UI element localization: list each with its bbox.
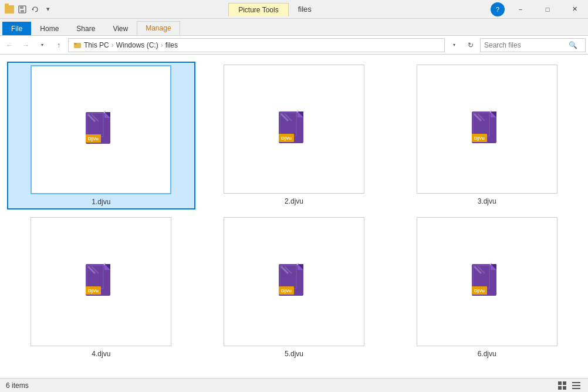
search-icon: 🔍 [569,41,577,49]
picture-tools-tab: Picture Tools [228,3,288,16]
window-title-folder: files [289,5,321,13]
file-thumbnail: DjVu ↗ [224,217,364,346]
file-item[interactable]: DjVu ↗ 1.djvu [7,62,195,209]
window-controls: ? − □ ✕ [491,0,588,18]
undo-quick-btn[interactable] [29,4,41,15]
file-name: 1.djvu [92,198,110,206]
path-icon [73,40,82,50]
address-right: ▾ ↻ [447,38,478,52]
help-btn[interactable]: ? [491,2,505,16]
file-grid: DjVu ↗ 1.djvu DjVu ↗ [5,59,583,363]
tab-manage[interactable]: Manage [137,21,180,35]
tab-view[interactable]: View [104,22,137,35]
address-dropdown-button[interactable]: ▾ [447,38,461,52]
tab-file[interactable]: File [2,22,31,35]
main-content: DjVu ↗ 1.djvu DjVu ↗ [0,55,588,378]
svg-text:DjVu: DjVu [88,136,99,141]
file-name: 3.djvu [478,197,496,205]
path-sep-1: › [111,41,114,49]
item-count: 6 items [6,381,29,390]
file-item[interactable]: DjVu ↗ 5.djvu [200,214,388,361]
svg-rect-64 [572,382,580,383]
quick-access-icons: ▾ [16,4,54,15]
svg-rect-61 [563,381,566,385]
file-name: 4.djvu [92,350,110,358]
svg-text:DjVu: DjVu [281,288,292,293]
svg-text:DjVu: DjVu [88,288,99,293]
svg-rect-63 [563,386,566,390]
file-thumbnail: DjVu ↗ [417,217,557,346]
folder-icon [5,5,14,13]
svg-rect-60 [558,381,562,385]
title-bar: ▾ Picture Tools files ? − □ ✕ [0,0,588,19]
svg-text:DjVu: DjVu [474,288,485,293]
path-this-pc[interactable]: This PC [84,41,109,49]
address-path[interactable]: This PC › Windows (C:) › files [68,38,445,52]
file-name: 6.djvu [478,350,496,358]
status-right [556,380,582,391]
title-bar-left: ▾ [0,0,59,18]
status-bar: 6 items [0,378,588,392]
svg-rect-66 [572,388,580,389]
back-button[interactable]: ← [2,38,16,52]
svg-marker-3 [32,8,33,11]
large-icons-view-button[interactable] [556,380,568,391]
svg-rect-2 [21,10,24,12]
svg-rect-65 [572,385,580,386]
file-thumbnail: DjVu ↗ [417,65,557,194]
file-thumbnail: DjVu ↗ [31,65,171,194]
refresh-button[interactable]: ↻ [464,38,478,52]
ribbon: File Home Share View Manage [0,19,588,36]
details-view-button[interactable] [570,380,582,391]
file-item[interactable]: DjVu ↗ 3.djvu [393,62,581,209]
search-input[interactable] [484,41,566,49]
recent-locations-button[interactable]: ▾ [35,38,49,52]
customize-quick-btn[interactable]: ▾ [42,4,54,15]
address-bar: ← → ▾ ↑ This PC › Windows (C:) › files ▾… [0,36,588,55]
forward-button[interactable]: → [19,38,33,52]
svg-rect-5 [74,43,77,45]
search-box[interactable]: 🔍 [480,38,586,52]
file-thumbnail: DjVu ↗ [224,65,364,194]
picture-tools-label: Picture Tools [238,6,278,14]
path-files[interactable]: files [165,41,178,49]
minimize-button[interactable]: − [507,0,534,19]
save-quick-btn[interactable] [16,4,28,15]
tab-home[interactable]: Home [31,22,67,35]
up-button[interactable]: ↑ [52,38,66,52]
maximize-button[interactable]: □ [534,0,561,19]
svg-text:DjVu: DjVu [474,136,485,141]
tab-share[interactable]: Share [67,22,104,35]
file-name: 2.djvu [285,197,303,205]
ribbon-tabs: File Home Share View Manage [0,19,588,35]
file-item[interactable]: DjVu ↗ 6.djvu [393,214,581,361]
svg-text:DjVu: DjVu [281,136,292,141]
file-name: 5.djvu [285,350,303,358]
file-item[interactable]: DjVu ↗ 4.djvu [7,214,195,361]
svg-rect-62 [558,386,562,390]
close-button[interactable]: ✕ [561,0,588,19]
file-thumbnail: DjVu ↗ [31,217,171,346]
title-center: Picture Tools files [59,0,491,18]
path-sep-2: › [161,41,163,49]
svg-rect-1 [20,6,23,9]
path-windows-c[interactable]: Windows (C:) [116,41,158,49]
file-item[interactable]: DjVu ↗ 2.djvu [200,62,388,209]
